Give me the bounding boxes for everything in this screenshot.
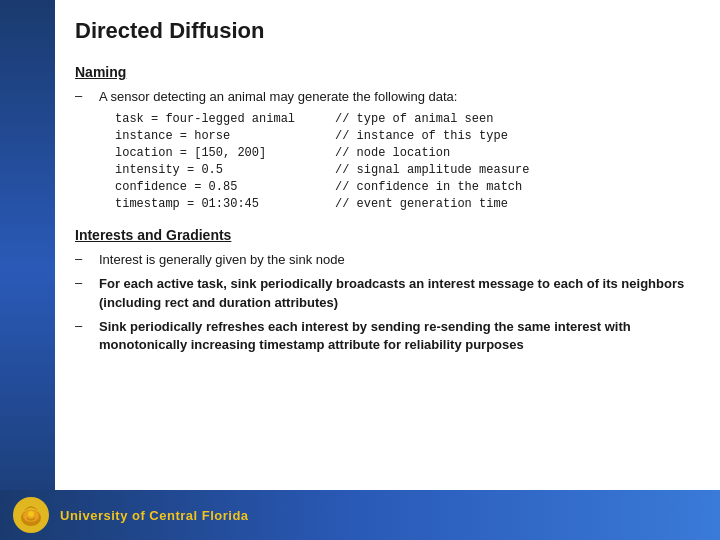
ucf-university-label: University of Central Florida (60, 508, 249, 523)
bullet-dash: – (75, 275, 99, 311)
data-comment: // signal amplitude measure (335, 163, 529, 177)
data-comment: // confidence in the match (335, 180, 522, 194)
data-row: location = [150, 200]// node location (115, 146, 696, 160)
data-table: task = four-legged animal// type of anim… (115, 112, 696, 211)
data-key: confidence = 0.85 (115, 180, 335, 194)
interests-bullets: –Interest is generally given by the sink… (75, 251, 696, 354)
interest-bullet-item: –Sink periodically refreshes each intere… (75, 318, 696, 354)
data-row: timestamp = 01:30:45// event generation … (115, 197, 696, 211)
data-row: confidence = 0.85// confidence in the ma… (115, 180, 696, 194)
bullet-dash: – (75, 318, 99, 354)
page-title: Directed Diffusion (75, 18, 696, 46)
data-key: task = four-legged animal (115, 112, 335, 126)
interest-bullet-text: For each active task, sink periodically … (99, 275, 696, 311)
naming-bullet: – A sensor detecting an animal may gener… (75, 88, 696, 106)
ucf-logo-icon (12, 496, 50, 534)
data-comment: // node location (335, 146, 450, 160)
data-key: instance = horse (115, 129, 335, 143)
naming-heading: Naming (75, 64, 696, 80)
bullet-dash-1: – (75, 88, 99, 106)
bullet-dash: – (75, 251, 99, 269)
data-key: intensity = 0.5 (115, 163, 335, 177)
data-comment: // instance of this type (335, 129, 508, 143)
interests-section: Interests and Gradients –Interest is gen… (75, 227, 696, 354)
data-comment: // event generation time (335, 197, 508, 211)
interest-bullet-text: Sink periodically refreshes each interes… (99, 318, 696, 354)
data-key: location = [150, 200] (115, 146, 335, 160)
data-comment: // type of animal seen (335, 112, 493, 126)
interest-bullet-item: –For each active task, sink periodically… (75, 275, 696, 311)
interest-bullet-item: –Interest is generally given by the sink… (75, 251, 696, 269)
data-row: task = four-legged animal// type of anim… (115, 112, 696, 126)
interest-bullet-text: Interest is generally given by the sink … (99, 251, 345, 269)
svg-point-3 (28, 511, 34, 517)
naming-section: Naming – A sensor detecting an animal ma… (75, 64, 696, 211)
data-row: intensity = 0.5// signal amplitude measu… (115, 163, 696, 177)
data-key: timestamp = 01:30:45 (115, 197, 335, 211)
footer-bar: University of Central Florida (0, 490, 720, 540)
data-row: instance = horse// instance of this type (115, 129, 696, 143)
interests-heading: Interests and Gradients (75, 227, 696, 243)
left-decorative-bar (0, 0, 55, 540)
main-content-area: Directed Diffusion Naming – A sensor det… (55, 0, 720, 490)
naming-bullet-text: A sensor detecting an animal may generat… (99, 88, 457, 106)
